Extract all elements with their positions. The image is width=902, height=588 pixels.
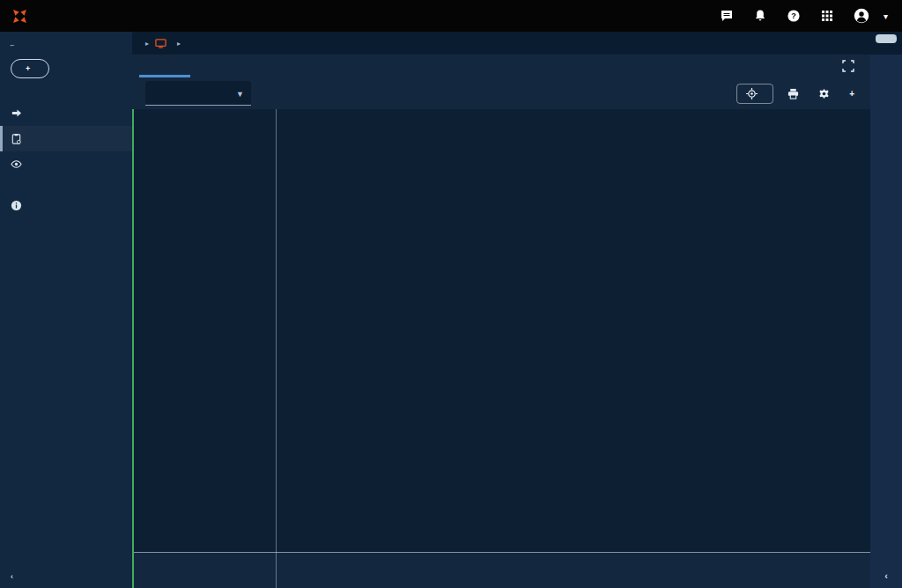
create-button-toolbar[interactable]: +	[849, 89, 860, 99]
sidebar-item-direct[interactable]	[0, 100, 132, 126]
user-menu[interactable]: ▾	[854, 8, 888, 24]
label-column-divider	[276, 109, 277, 588]
crosshair-icon	[746, 88, 758, 99]
top-bar: ? ▾	[0, 0, 902, 32]
breadcrumb-separator-icon: ▸	[145, 40, 149, 48]
avatar-icon	[854, 8, 869, 24]
dropdown-caret-icon: ▼	[236, 90, 244, 99]
chevron-left-icon: ‹	[11, 572, 13, 581]
sidebar-item-plan[interactable]	[0, 126, 132, 151]
sidebar-item-evaluate[interactable]	[0, 151, 132, 177]
breadcrumb-separator-icon: ▸	[177, 40, 181, 48]
tab-bar	[132, 55, 870, 77]
exonaut-logo-icon	[12, 9, 27, 24]
breadcrumb: ▸ ▸	[132, 32, 902, 55]
chevron-down-icon: ▾	[884, 11, 888, 21]
plus-icon: +	[26, 64, 31, 73]
info-icon	[11, 200, 22, 211]
edit-button[interactable]	[876, 34, 897, 43]
exercise-mode-label	[0, 93, 132, 100]
print-button[interactable]	[787, 88, 804, 99]
timeline-panel: ▼ +	[132, 55, 870, 588]
plus-icon: +	[849, 89, 854, 99]
supporting-modules-label	[0, 177, 132, 193]
monitor-icon	[155, 39, 166, 48]
app-logo	[12, 9, 33, 24]
plan-section	[0, 126, 132, 151]
sidebar-collapse-button[interactable]: ‹	[0, 565, 132, 588]
tab-timeline[interactable]	[139, 55, 190, 77]
current-time-line	[132, 109, 134, 588]
arrow-right-icon	[11, 107, 22, 119]
help-icon[interactable]: ?	[787, 9, 801, 23]
back-to-operational-mode[interactable]: ←	[0, 32, 132, 54]
timeline-grid	[132, 109, 870, 552]
settings-button[interactable]	[818, 88, 835, 99]
svg-text:?: ?	[791, 11, 796, 20]
bell-icon[interactable]	[753, 9, 767, 23]
sidebar-item-information-sets[interactable]	[0, 193, 132, 218]
rail-collapse-button[interactable]: ‹	[870, 570, 902, 581]
eye-icon	[11, 158, 22, 170]
time-axis	[132, 552, 870, 588]
left-sidebar: ← + ‹	[0, 32, 132, 588]
printer-icon	[787, 88, 799, 99]
timeline-toolbar: ▼ +	[132, 77, 870, 109]
right-icon-rail: ‹	[870, 55, 902, 588]
apps-icon[interactable]	[820, 9, 834, 23]
set-at-current-time-button[interactable]	[736, 84, 773, 104]
arrow-left-icon: ←	[9, 40, 16, 48]
exercise-title	[0, 87, 132, 93]
fullscreen-icon[interactable]	[842, 60, 854, 72]
create-button[interactable]: +	[11, 59, 49, 78]
gear-icon	[818, 88, 830, 99]
grouping-select[interactable]: ▼	[145, 81, 251, 106]
main-area: ▸ ▸ ▼	[132, 32, 902, 588]
clipboard-icon	[11, 133, 22, 144]
chat-icon[interactable]	[720, 9, 734, 23]
